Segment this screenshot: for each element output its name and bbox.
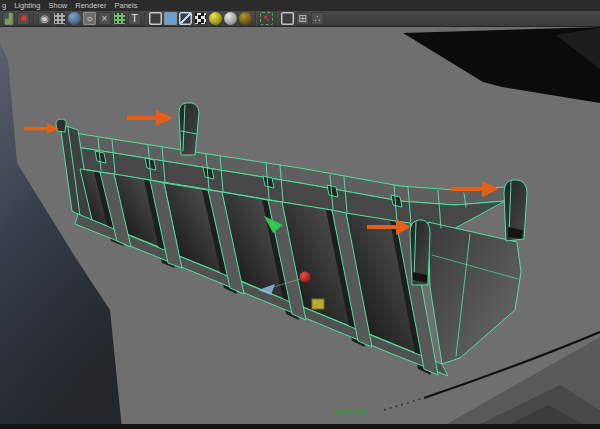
camera-sphere-icon[interactable] bbox=[68, 12, 81, 25]
film-gate-icon[interactable] bbox=[53, 12, 66, 25]
gate-mask-icon[interactable]: ○ bbox=[83, 12, 96, 25]
partial-toolbar-icon[interactable]: ▟ bbox=[2, 12, 15, 25]
menu-shading-partial[interactable]: g bbox=[2, 0, 6, 11]
safe-title-icon[interactable]: T bbox=[128, 12, 141, 25]
field-chart-icon[interactable]: × bbox=[98, 12, 111, 25]
toolbar-icons: ▟✸◉○×T↖⊞∴ bbox=[1, 12, 325, 25]
viewport-canvas: persp bbox=[0, 27, 600, 429]
menu-panels[interactable]: Panels bbox=[115, 0, 138, 11]
checker-material-icon[interactable] bbox=[194, 12, 207, 25]
left-end-hinge-knob bbox=[56, 119, 66, 132]
xray-cube-icon[interactable] bbox=[281, 12, 294, 25]
annotation-arrow-1 bbox=[24, 123, 59, 134]
separator bbox=[255, 12, 257, 25]
bottom-border-strip bbox=[0, 424, 600, 429]
x-axis-handle[interactable] bbox=[300, 272, 311, 283]
no-lights-icon[interactable] bbox=[239, 12, 252, 25]
safe-action-icon[interactable] bbox=[113, 12, 126, 25]
panel-menu-bar: g Lighting Show Renderer Panels bbox=[0, 0, 600, 11]
menu-lighting[interactable]: Lighting bbox=[14, 0, 40, 11]
exposure-share-icon[interactable]: ∴ bbox=[311, 12, 324, 25]
separator bbox=[276, 12, 278, 25]
3d-viewport[interactable]: persp bbox=[0, 27, 600, 429]
annotation-arrow-2 bbox=[127, 110, 173, 126]
second-hinge-knob bbox=[179, 103, 199, 155]
default-light-icon[interactable] bbox=[224, 12, 237, 25]
menu-show[interactable]: Show bbox=[48, 0, 67, 11]
center-handle[interactable] bbox=[312, 299, 324, 309]
camera-label: persp bbox=[335, 405, 367, 417]
separator bbox=[33, 12, 35, 25]
textured-mode-icon[interactable] bbox=[179, 12, 192, 25]
resolution-gate-eye-icon[interactable]: ◉ bbox=[38, 12, 51, 25]
selected-mesh-model[interactable] bbox=[56, 103, 527, 376]
shaded-mode-icon[interactable] bbox=[164, 12, 177, 25]
all-lights-icon[interactable] bbox=[209, 12, 222, 25]
snap-red-icon[interactable]: ✸ bbox=[17, 12, 30, 25]
separator bbox=[144, 12, 146, 25]
panel-toolbar: ▟✸◉○×T↖⊞∴ bbox=[0, 11, 600, 27]
menu-renderer[interactable]: Renderer bbox=[75, 0, 106, 11]
wireframe-mode-icon[interactable] bbox=[149, 12, 162, 25]
xray-joints-cube-icon[interactable]: ⊞ bbox=[296, 12, 309, 25]
paint-select-icon[interactable]: ↖ bbox=[260, 12, 273, 25]
bottom-right-dotted-edge bbox=[384, 398, 424, 410]
